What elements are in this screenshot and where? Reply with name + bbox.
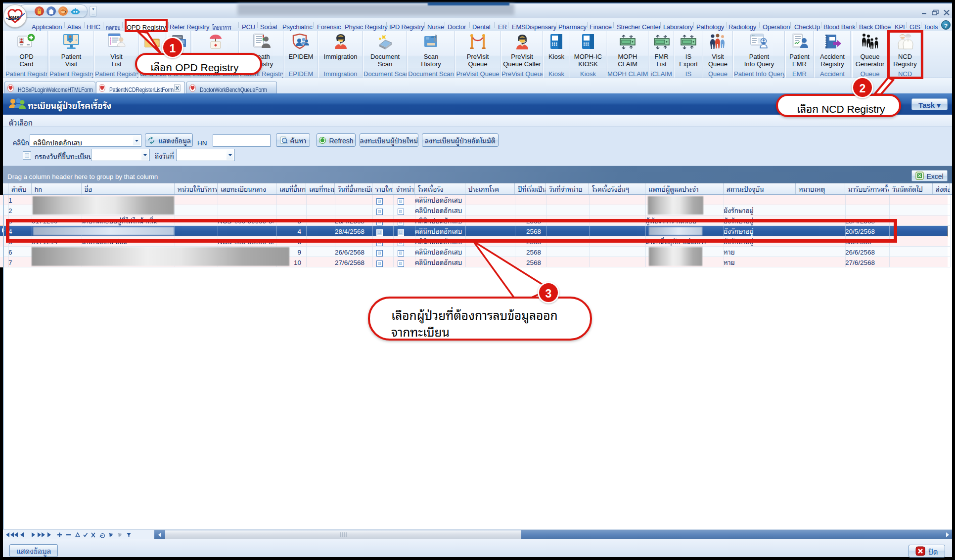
svg-text:BMS: BMS — [8, 15, 20, 21]
